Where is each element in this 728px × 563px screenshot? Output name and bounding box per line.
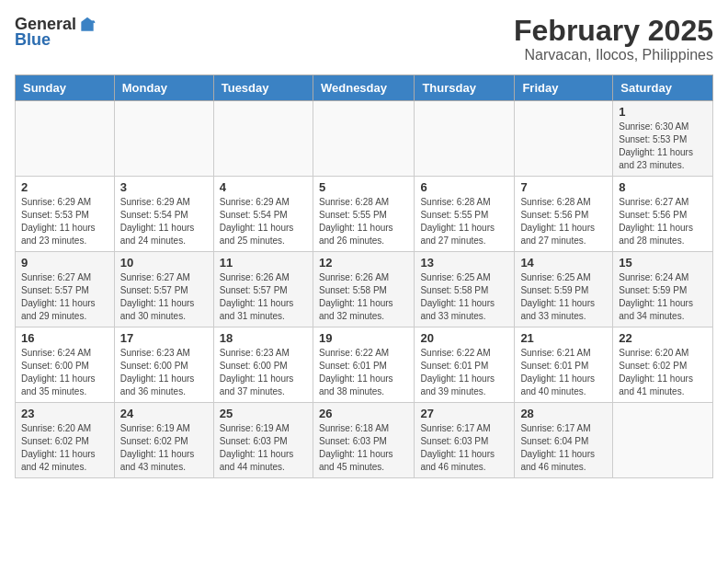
header: General Blue February 2025 Narvacan, Ilo… [15,15,713,63]
day-info: Sunrise: 6:28 AM Sunset: 5:56 PM Dayligh… [520,196,607,247]
day-info: Sunrise: 6:27 AM Sunset: 5:57 PM Dayligh… [120,271,208,323]
calendar-week-row: 23Sunrise: 6:20 AM Sunset: 6:02 PM Dayli… [16,403,713,478]
calendar-cell: 15Sunrise: 6:24 AM Sunset: 5:59 PM Dayli… [613,252,713,327]
weekday-header-friday: Friday [515,75,613,101]
day-number: 23 [21,407,108,420]
calendar-cell [415,101,515,177]
day-number: 27 [420,407,508,420]
calendar-cell: 23Sunrise: 6:20 AM Sunset: 6:02 PM Dayli… [16,403,115,478]
day-info: Sunrise: 6:18 AM Sunset: 6:03 PM Dayligh… [319,422,408,474]
calendar-cell [313,101,414,177]
calendar-cell: 20Sunrise: 6:22 AM Sunset: 6:01 PM Dayli… [415,327,515,403]
calendar-cell: 21Sunrise: 6:21 AM Sunset: 6:01 PM Dayli… [515,327,613,403]
day-number: 3 [120,180,208,194]
calendar-cell: 3Sunrise: 6:29 AM Sunset: 5:54 PM Daylig… [114,177,213,252]
day-info: Sunrise: 6:22 AM Sunset: 6:01 PM Dayligh… [319,347,408,398]
day-number: 20 [420,331,508,345]
calendar-cell: 1Sunrise: 6:30 AM Sunset: 5:53 PM Daylig… [613,101,713,177]
day-number: 6 [420,180,508,194]
calendar-cell [213,101,313,177]
day-info: Sunrise: 6:27 AM Sunset: 5:56 PM Dayligh… [619,196,707,247]
calendar-week-row: 1Sunrise: 6:30 AM Sunset: 5:53 PM Daylig… [16,101,713,177]
day-number: 4 [220,180,307,194]
day-number: 18 [220,331,307,345]
weekday-header-thursday: Thursday [415,75,515,101]
day-info: Sunrise: 6:23 AM Sunset: 6:00 PM Dayligh… [120,347,208,398]
day-info: Sunrise: 6:30 AM Sunset: 5:53 PM Dayligh… [619,121,707,172]
day-info: Sunrise: 6:24 AM Sunset: 6:00 PM Dayligh… [21,347,108,398]
day-info: Sunrise: 6:26 AM Sunset: 5:58 PM Dayligh… [319,271,408,323]
weekday-header-wednesday: Wednesday [313,75,414,101]
day-info: Sunrise: 6:20 AM Sunset: 6:02 PM Dayligh… [619,347,707,398]
logo-icon [78,16,97,34]
calendar-cell: 24Sunrise: 6:19 AM Sunset: 6:02 PM Dayli… [114,403,213,478]
day-info: Sunrise: 6:23 AM Sunset: 6:00 PM Dayligh… [220,347,307,398]
day-number: 17 [120,331,208,345]
day-number: 2 [21,180,108,194]
calendar-cell: 28Sunrise: 6:17 AM Sunset: 6:04 PM Dayli… [515,403,613,478]
day-number: 26 [319,407,408,420]
day-info: Sunrise: 6:17 AM Sunset: 6:03 PM Dayligh… [420,422,508,474]
calendar-cell: 8Sunrise: 6:27 AM Sunset: 5:56 PM Daylig… [613,177,713,252]
day-number: 5 [319,180,408,194]
weekday-header-sunday: Sunday [16,75,115,101]
calendar-cell: 10Sunrise: 6:27 AM Sunset: 5:57 PM Dayli… [114,252,213,327]
weekday-header-tuesday: Tuesday [213,75,313,101]
logo-blue: Blue [15,30,51,50]
calendar-cell: 14Sunrise: 6:25 AM Sunset: 5:59 PM Dayli… [515,252,613,327]
day-number: 1 [619,105,707,119]
location-title: Narvacan, Ilocos, Philippines [514,47,713,63]
calendar-cell [114,101,213,177]
day-number: 12 [319,256,408,270]
calendar-cell: 7Sunrise: 6:28 AM Sunset: 5:56 PM Daylig… [515,177,613,252]
day-number: 28 [520,407,607,420]
day-info: Sunrise: 6:28 AM Sunset: 5:55 PM Dayligh… [319,196,408,247]
calendar-cell: 9Sunrise: 6:27 AM Sunset: 5:57 PM Daylig… [16,252,115,327]
day-number: 14 [520,256,607,270]
day-info: Sunrise: 6:20 AM Sunset: 6:02 PM Dayligh… [21,422,108,474]
day-number: 10 [120,256,208,270]
day-info: Sunrise: 6:24 AM Sunset: 5:59 PM Dayligh… [619,271,707,323]
calendar-cell: 6Sunrise: 6:28 AM Sunset: 5:55 PM Daylig… [415,177,515,252]
day-info: Sunrise: 6:19 AM Sunset: 6:03 PM Dayligh… [220,422,307,474]
day-number: 15 [619,256,707,270]
day-number: 21 [520,331,607,345]
day-info: Sunrise: 6:29 AM Sunset: 5:54 PM Dayligh… [120,196,208,247]
day-number: 7 [520,180,607,194]
calendar-cell: 27Sunrise: 6:17 AM Sunset: 6:03 PM Dayli… [415,403,515,478]
calendar-cell: 2Sunrise: 6:29 AM Sunset: 5:53 PM Daylig… [16,177,115,252]
calendar-cell: 16Sunrise: 6:24 AM Sunset: 6:00 PM Dayli… [16,327,115,403]
weekday-header-monday: Monday [114,75,213,101]
calendar-cell [16,101,115,177]
calendar-cell: 26Sunrise: 6:18 AM Sunset: 6:03 PM Dayli… [313,403,414,478]
day-info: Sunrise: 6:26 AM Sunset: 5:57 PM Dayligh… [220,271,307,323]
day-info: Sunrise: 6:22 AM Sunset: 6:01 PM Dayligh… [420,347,508,398]
day-info: Sunrise: 6:28 AM Sunset: 5:55 PM Dayligh… [420,196,508,247]
weekday-header-saturday: Saturday [613,75,713,101]
calendar-cell: 5Sunrise: 6:28 AM Sunset: 5:55 PM Daylig… [313,177,414,252]
calendar-cell: 12Sunrise: 6:26 AM Sunset: 5:58 PM Dayli… [313,252,414,327]
calendar: SundayMondayTuesdayWednesdayThursdayFrid… [15,75,713,478]
calendar-cell [515,101,613,177]
month-title: February 2025 [514,15,713,47]
logo: General Blue [15,15,97,50]
day-info: Sunrise: 6:17 AM Sunset: 6:04 PM Dayligh… [520,422,607,474]
day-number: 9 [21,256,108,270]
day-number: 22 [619,331,707,345]
calendar-cell: 18Sunrise: 6:23 AM Sunset: 6:00 PM Dayli… [213,327,313,403]
calendar-cell [613,403,713,478]
day-info: Sunrise: 6:19 AM Sunset: 6:02 PM Dayligh… [120,422,208,474]
calendar-cell: 11Sunrise: 6:26 AM Sunset: 5:57 PM Dayli… [213,252,313,327]
day-number: 16 [21,331,108,345]
day-number: 13 [420,256,508,270]
day-number: 25 [220,407,307,420]
weekday-header-row: SundayMondayTuesdayWednesdayThursdayFrid… [16,75,713,101]
title-section: February 2025 Narvacan, Ilocos, Philippi… [514,15,713,63]
calendar-cell: 19Sunrise: 6:22 AM Sunset: 6:01 PM Dayli… [313,327,414,403]
calendar-cell: 22Sunrise: 6:20 AM Sunset: 6:02 PM Dayli… [613,327,713,403]
calendar-cell: 17Sunrise: 6:23 AM Sunset: 6:00 PM Dayli… [114,327,213,403]
calendar-week-row: 16Sunrise: 6:24 AM Sunset: 6:00 PM Dayli… [16,327,713,403]
day-info: Sunrise: 6:21 AM Sunset: 6:01 PM Dayligh… [520,347,607,398]
day-number: 19 [319,331,408,345]
calendar-week-row: 9Sunrise: 6:27 AM Sunset: 5:57 PM Daylig… [16,252,713,327]
